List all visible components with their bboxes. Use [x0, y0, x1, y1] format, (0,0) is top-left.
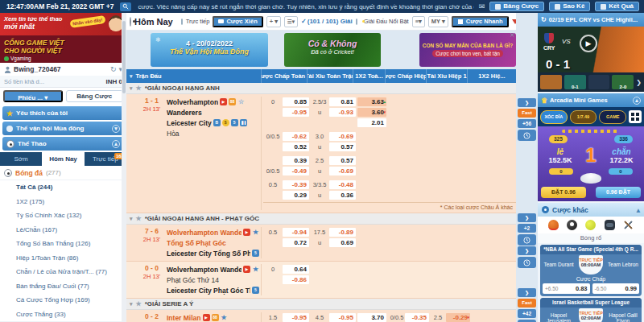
more-bets-count-button[interactable]: +56	[518, 119, 536, 128]
stats-icon[interactable]: 88	[212, 314, 219, 321]
quick-bet-toggle[interactable]: Cược Nhanh	[452, 16, 509, 27]
odds-cell[interactable]: 0.85	[283, 97, 309, 106]
odds-cell[interactable]: 3.70	[357, 313, 386, 322]
favorite-star-icon[interactable]	[237, 98, 245, 105]
odds-cell[interactable]: 0.69	[329, 238, 356, 247]
sidebar-item-winter-olympics[interactable]: Thể vận hội Mùa đông	[2, 122, 124, 135]
sidebar-item-mix-parlay[interactable]: Cá Cược Tổng Hợp (169)	[0, 293, 126, 308]
league-header-epl-corners[interactable]: *GIẢI NGOẠI HẠNG ANH - PHẠT GÓC	[126, 213, 516, 225]
odds-cell[interactable]: 0.72	[283, 238, 309, 247]
clock-button[interactable]	[518, 234, 536, 246]
odds-cell[interactable]: 0.39	[283, 156, 309, 165]
list-dropdown[interactable]	[284, 16, 298, 27]
odds-cell[interactable]: -0.69	[329, 167, 356, 175]
home-team[interactable]: Wolverhampton Wanderers	[167, 229, 242, 237]
sidebar-item-first-last-goal[interactable]: Bàn thắng Đầu/ Cuối (77)	[0, 279, 126, 294]
other-bets-header[interactable]: Cược khác	[538, 203, 644, 217]
bet-builder-icon[interactable]: B	[213, 119, 221, 126]
odds-cell[interactable]: -6.50 0.99	[592, 283, 640, 294]
odds-cell[interactable]: -0.39	[283, 180, 309, 189]
cricket-banner[interactable]: Có & Không Đã có ở Cricket!	[284, 33, 381, 67]
chevron-down-icon[interactable]	[112, 125, 120, 133]
nba-bet-card[interactable]: *NBA All Star Game (Special 4th Q R... T…	[540, 245, 642, 296]
league-header-serie-a[interactable]: *GIẢI SERIE A Ý	[126, 299, 516, 310]
odds-cell[interactable]: 0.36	[329, 191, 356, 200]
highlight-video-player[interactable]: CRY VS 0 - 1	[538, 27, 644, 72]
featured-checkbox[interactable]	[356, 19, 357, 25]
live-checkbox[interactable]	[181, 19, 183, 25]
odds-cell[interactable]: 0.64	[283, 265, 309, 274]
odds-format-dropdown[interactable]	[412, 16, 425, 27]
fast-market-button[interactable]: Fast	[518, 109, 536, 118]
stream-icon[interactable]: 5	[231, 119, 238, 126]
sidebar-item-ht-ft[interactable]: Hiệp 1/Toàn Trận (86)	[0, 251, 126, 266]
hockey-icon[interactable]	[623, 220, 634, 230]
expand-match-button[interactable]	[518, 288, 536, 297]
bang-cuoc-button[interactable]: Bảng Cược	[489, 2, 544, 11]
odds-cell[interactable]: 0.57	[329, 156, 356, 165]
odds-cell[interactable]: 0.81	[329, 97, 356, 106]
odds-cell[interactable]: -0.49	[283, 167, 309, 175]
sidebar-item-outright[interactable]: Cược Thắng (33)	[0, 308, 126, 322]
video-thumbnail[interactable]	[588, 75, 610, 89]
sidebar-item-half-odd-even[interactable]: Chẵn / Lẻ của Nửa trận/T... (77)	[0, 265, 126, 279]
stats-icon[interactable]: 88	[229, 98, 236, 105]
refresh-icon[interactable]	[110, 65, 117, 73]
next-arrow-icon[interactable]	[636, 79, 642, 86]
live-video-icon[interactable]	[203, 314, 210, 321]
sidebar-item-favorites[interactable]: Yêu thích của tôi	[2, 106, 124, 120]
odds-cell[interactable]: -0.95	[283, 108, 309, 117]
odds-cell[interactable]: 0.29	[283, 191, 309, 200]
expand-match-button[interactable]	[518, 213, 536, 222]
clock-button[interactable]	[518, 130, 536, 141]
odds-cell[interactable]: -0.93	[329, 108, 356, 117]
play-icon[interactable]	[580, 35, 597, 52]
bet-odd-button[interactable]: ĐẶT 0.96	[541, 187, 586, 198]
live-video-icon[interactable]	[220, 98, 227, 105]
home-team[interactable]: Inter Milan	[167, 314, 201, 322]
favorite-star-icon[interactable]	[221, 314, 228, 321]
league-header-epl[interactable]: *GIẢI NGOẠI HẠNG ANH	[126, 83, 516, 94]
fast-market-button[interactable]: Fast	[518, 299, 536, 308]
sao-ke-button[interactable]: Sao Kê	[549, 2, 590, 11]
ket-qua-button[interactable]: Kết Quả	[595, 2, 639, 11]
odds-cell[interactable]: -0.69	[329, 132, 356, 141]
chart-icon[interactable]	[240, 119, 247, 126]
sidebar-item-all[interactable]: Tất Cả (244)	[0, 180, 126, 195]
xoc-dia-tab[interactable]: XÓC ĐĨA	[540, 110, 568, 124]
chevron-up-icon[interactable]	[637, 206, 640, 214]
odds-cell[interactable]: -0.95	[329, 313, 356, 322]
odds-cell[interactable]: -0.95	[283, 313, 309, 322]
bang-cuoc-sidebar-button[interactable]: Bảng Cược	[66, 90, 124, 102]
game-tab[interactable]: GAME	[599, 110, 626, 124]
stream-icon[interactable]: 5	[252, 287, 259, 294]
language-dropdown[interactable]: MY ▾	[428, 16, 448, 27]
sidebar-item-football[interactable]: Bóng đá (277)	[0, 166, 126, 180]
add-dropdown[interactable]	[266, 16, 281, 27]
tab-early[interactable]: Sớm	[0, 152, 42, 166]
bet-even-button[interactable]: 0.96 ĐẶT	[596, 187, 641, 198]
favorite-star-icon[interactable]	[252, 229, 259, 236]
sidebar-item-total-goals[interactable]: Tổng Số Bàn Thắng (126)	[0, 237, 126, 251]
odds-cell[interactable]: -0.62	[283, 132, 309, 141]
away-team[interactable]: Leicester City Phạt Góc Thứ 14	[167, 287, 250, 295]
sidebar-item-odd-even[interactable]: Lẻ/Chẵn (167)	[0, 223, 126, 237]
clock-button[interactable]	[518, 257, 536, 268]
home-team[interactable]: Wolverhampton Wanderers	[167, 266, 242, 274]
odds-cell[interactable]: -0.48	[329, 180, 356, 189]
video-thumbnail[interactable]	[540, 75, 562, 89]
sidebar-item-correct-score[interactable]: Tỷ Số Chính Xác (132)	[0, 208, 126, 223]
tab-today[interactable]: Hôm Nay	[42, 152, 84, 166]
favorite-star-icon[interactable]	[252, 266, 259, 273]
odds-cell[interactable]: -0.29	[446, 313, 470, 322]
odds-cell[interactable]: 3.63	[357, 97, 386, 106]
more-bets-count-button[interactable]: +42	[518, 309, 536, 318]
star-icon[interactable]	[136, 215, 142, 222]
asian-bets-note[interactable]: * Các loại cược Châu Á khác	[263, 202, 516, 210]
video-thumbnail[interactable]: 0-1	[564, 75, 586, 89]
chevron-up-icon[interactable]	[633, 97, 641, 105]
news-promo-banner[interactable]: Xem tin tức thể thao mới nhất Nhấn vào đ…	[0, 13, 126, 35]
live-video-icon[interactable]	[243, 229, 250, 236]
odds-cell[interactable]: 0.57	[329, 142, 356, 151]
away-team[interactable]: Leicester City	[167, 119, 212, 127]
